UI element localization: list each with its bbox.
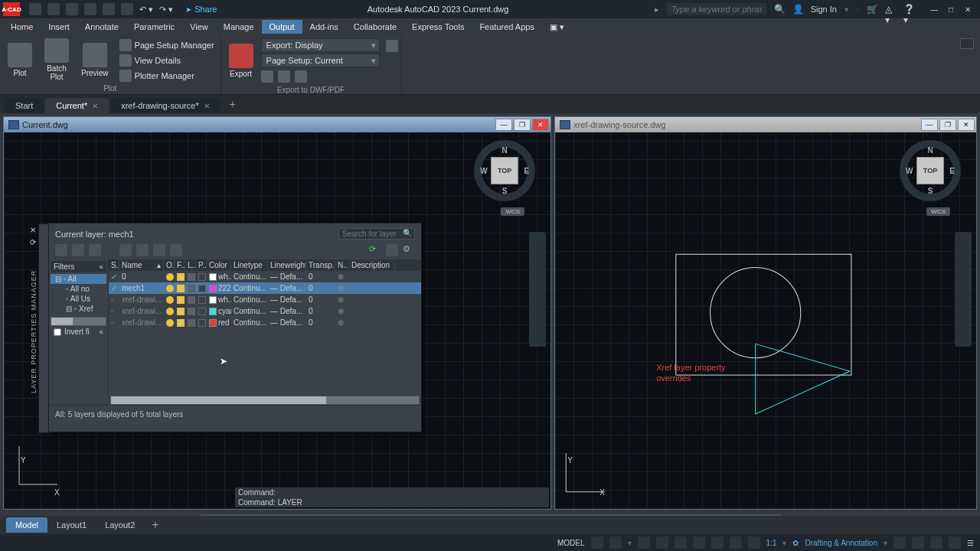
export-options-icon[interactable] — [386, 40, 398, 52]
export-button[interactable]: Export — [224, 42, 258, 80]
tab-close-icon[interactable]: ✕ — [92, 102, 98, 110]
column-header[interactable]: N.. — [335, 259, 349, 271]
start-tab[interactable]: Start — [5, 98, 44, 113]
column-header[interactable]: Linetype — [231, 259, 268, 271]
layer-row[interactable]: ▫xref-drawi...☀cyanContinu...— Defa...0⊗ — [109, 305, 421, 317]
polar-icon[interactable] — [656, 536, 668, 549]
view-details-button[interactable]: View Details — [116, 54, 217, 67]
menu-home[interactable]: Home — [3, 20, 41, 34]
maximize-button[interactable]: □ — [943, 4, 959, 15]
signin-link[interactable]: Sign In — [811, 5, 837, 14]
scale-status[interactable]: 1:1 — [766, 539, 777, 547]
ribbon-toggle-icon[interactable] — [960, 38, 974, 49]
vp-minimize-button[interactable]: — — [495, 119, 512, 131]
filter-tree-item[interactable]: ▫ All no — [51, 284, 106, 294]
column-header[interactable]: O.. — [164, 259, 175, 271]
menu-parametric[interactable]: Parametric — [126, 20, 182, 34]
search-icon[interactable]: 🔍 — [774, 4, 785, 15]
vp-minimize-button[interactable]: — — [921, 119, 938, 131]
toggle-overrides-icon[interactable] — [386, 244, 398, 256]
undo-icon[interactable]: ↶ ▾ — [139, 5, 153, 15]
filter-tree-item[interactable]: ⊟ ▫ Xref — [51, 304, 106, 314]
tab-close-icon[interactable]: ✕ — [204, 102, 210, 110]
column-header[interactable]: F.. — [175, 259, 185, 271]
share-button[interactable]: Share — [185, 5, 217, 14]
minimize-button[interactable]: — — [926, 4, 942, 15]
layer-properties-manager[interactable]: ✕ ⟳ LAYER PROPERTIES MANAGER Current lay… — [48, 223, 422, 432]
collapse-icon[interactable]: « — [99, 328, 103, 336]
layer-states-icon[interactable] — [89, 244, 101, 256]
clean-icon[interactable] — [949, 536, 961, 549]
settings-icon[interactable]: ⚙ — [403, 244, 415, 256]
cycling-icon[interactable] — [748, 536, 760, 549]
layout1-tab[interactable]: Layout1 — [47, 517, 96, 533]
monitor-icon[interactable] — [893, 536, 906, 549]
search-icon[interactable]: 🔍 — [403, 229, 412, 237]
export-dwf-icon[interactable] — [261, 70, 273, 83]
page-setup-button[interactable]: Page Setup Manager — [116, 38, 217, 52]
customization-icon[interactable]: ☰ — [967, 539, 974, 547]
model-tab[interactable]: Model — [6, 517, 47, 533]
refresh-icon[interactable]: ⟳ — [369, 244, 381, 256]
plot-button[interactable]: Plot — [3, 41, 37, 79]
column-header[interactable]: Name ▴ — [119, 259, 164, 271]
menu-add-ins[interactable]: Add-ins — [302, 20, 346, 34]
new-group-filter-icon[interactable] — [72, 244, 84, 256]
new-property-filter-icon[interactable] — [55, 244, 67, 256]
vp-restore-button[interactable]: ❐ — [514, 119, 531, 131]
layer-row[interactable]: ✓0☀wh...Continu...— Defa...0⊗ — [109, 271, 421, 282]
workspace-switcher[interactable]: Drafting & Annotation — [805, 539, 877, 547]
model-status[interactable]: MODEL — [557, 539, 585, 547]
cart-icon[interactable]: 🛒 — [867, 4, 877, 15]
invert-filter-checkbox[interactable] — [54, 328, 61, 336]
layout2-tab[interactable]: Layout2 — [96, 517, 144, 533]
freeze-layer-icon[interactable] — [136, 244, 149, 256]
user-icon[interactable]: 👤 — [792, 4, 803, 15]
file-tab[interactable]: xref-drawing-source*✕ — [110, 98, 220, 113]
delete-layer-icon[interactable] — [153, 244, 165, 256]
saveas-icon[interactable] — [84, 3, 96, 15]
ortho-icon[interactable] — [638, 536, 650, 549]
export-dropdown[interactable]: Export: Display — [261, 38, 380, 52]
preview-button[interactable]: Preview — [77, 41, 113, 79]
app-icon[interactable]: A·CAD — [3, 2, 20, 16]
column-header[interactable]: Description — [349, 259, 395, 271]
palette-pin-icon[interactable]: ⟳ — [30, 238, 36, 246]
osnap-icon[interactable] — [675, 536, 687, 549]
open-icon[interactable] — [47, 3, 60, 15]
column-header[interactable]: Color — [207, 259, 231, 271]
column-header[interactable]: S.. — [109, 259, 119, 271]
column-header[interactable]: L.. — [185, 259, 196, 271]
palette-close-icon[interactable]: ✕ — [30, 226, 36, 234]
gear-icon[interactable]: ✿ — [792, 539, 799, 547]
viewport-right[interactable]: xref-drawing-source.dwg — ❐ ✕ N S E W TO… — [554, 116, 977, 510]
grid-icon[interactable] — [591, 536, 603, 549]
menu-express-tools[interactable]: Express Tools — [404, 20, 472, 34]
file-tab[interactable]: Current*✕ — [45, 98, 109, 113]
snap-icon[interactable] — [609, 536, 622, 549]
new-tab-button[interactable]: + — [222, 95, 243, 113]
lweight-icon[interactable] — [711, 536, 724, 549]
help-icon[interactable]: ❔ ▾ — [903, 4, 914, 15]
plot-icon[interactable] — [121, 3, 133, 15]
new-layer-icon[interactable] — [119, 244, 132, 256]
redo-icon[interactable]: ↷ ▾ — [159, 5, 173, 15]
export-pdf-icon[interactable] — [295, 70, 307, 83]
menu-featured-apps[interactable]: Featured Apps — [472, 20, 542, 34]
autodesk-icon[interactable]: ◬ ▾ — [885, 4, 896, 15]
layer-row[interactable]: ▫xref-drawi...☀wh...Continu...— Defa...0… — [109, 294, 421, 305]
isolate-icon[interactable] — [912, 536, 924, 549]
layer-grid-scrollbar[interactable] — [110, 396, 420, 405]
add-layout-button[interactable]: + — [144, 515, 166, 535]
web-icon[interactable] — [103, 3, 115, 15]
column-header[interactable]: P.. — [196, 259, 207, 271]
filter-tree-item[interactable]: ▫ All Us — [51, 294, 106, 304]
plotter-manager-button[interactable]: Plotter Manager — [116, 69, 217, 83]
filter-tree-item[interactable]: ⊟ ▫ All — [51, 274, 106, 284]
save-icon[interactable] — [66, 3, 78, 15]
hardware-icon[interactable] — [930, 536, 942, 549]
vp-close-button[interactable]: ✕ — [958, 119, 975, 131]
menu-manage[interactable]: Manage — [216, 20, 262, 34]
menu-insert[interactable]: Insert — [41, 20, 77, 34]
collapse-filters-icon[interactable]: « — [99, 262, 103, 271]
